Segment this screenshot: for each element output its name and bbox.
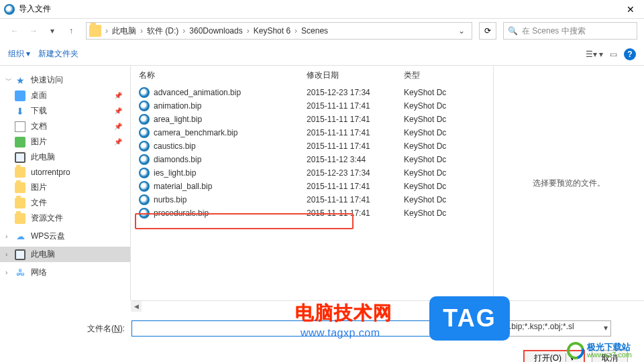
sidebar-downloads[interactable]: ⬇下载📌 — [0, 103, 130, 119]
file-type: KeyShot Dc — [404, 155, 464, 164]
watermark-site1-cn: 电脑技术网 — [295, 300, 392, 326]
file-type: KeyShot Dc — [404, 208, 464, 218]
breadcrumb[interactable]: › 此电脑› 软件 (D:)› 360Downloads› KeyShot 6›… — [86, 22, 472, 40]
sidebar-desktop[interactable]: 桌面📌 — [0, 88, 130, 103]
sidebar-this-pc[interactable]: 此电脑 — [0, 149, 130, 165]
file-date: 2015-11-11 17:41 — [307, 182, 404, 191]
watermark-site2-url: www.xz7.com — [587, 351, 632, 359]
sidebar-quick-access[interactable]: ﹀★快速访问 — [0, 72, 130, 88]
file-date: 2015-11-11 17:41 — [307, 208, 404, 218]
file-type: KeyShot Dc — [404, 195, 464, 204]
forward-button[interactable]: → — [25, 23, 42, 39]
file-date: 2015-11-11 17:41 — [307, 101, 404, 111]
keyshot-file-icon — [139, 181, 150, 192]
site2-logo-icon — [564, 339, 588, 362]
file-row[interactable]: animation.bip2015-11-11 17:41KeyShot Dc — [131, 99, 493, 113]
file-type: KeyShot Dc — [404, 182, 464, 191]
sidebar-network[interactable]: ›🖧网络 — [0, 265, 130, 280]
view-options-button[interactable]: ☰▾ ▾ — [586, 50, 603, 59]
preview-pane-button[interactable]: ▭ — [610, 50, 617, 59]
keyshot-file-icon — [139, 87, 150, 98]
file-name: animation.bip — [154, 101, 201, 111]
refresh-button[interactable]: ⟳ — [479, 22, 496, 40]
keyshot-file-icon — [139, 154, 150, 165]
file-date: 2015-11-12 3:44 — [307, 155, 404, 164]
file-name: procedurals.bip — [154, 208, 209, 218]
file-type: KeyShot Dc — [404, 168, 464, 178]
breadcrumb-item[interactable]: 软件 (D:) — [144, 25, 181, 37]
file-name: area_light.bip — [154, 115, 202, 124]
file-pane: 名称 修改日期 类型 advanced_animation.bip2015-12… — [131, 66, 644, 300]
sidebar-wps[interactable]: ›☁WPS云盘 — [0, 229, 130, 244]
main-area: ﹀★快速访问 桌面📌 ⬇下载📌 文档📌 图片📌 此电脑 utorrentpro … — [0, 66, 644, 300]
sidebar-this-pc2[interactable]: ›此电脑 — [0, 247, 130, 262]
file-row[interactable]: ies_light.bip2015-12-23 17:34KeyShot Dc — [131, 166, 493, 180]
file-name: material_ball.bip — [154, 182, 212, 191]
sidebar-pictures2[interactable]: 图片 — [0, 180, 130, 195]
new-folder-button[interactable]: 新建文件夹 — [38, 48, 78, 60]
watermark-tag: TAG — [429, 296, 510, 341]
search-placeholder: 在 Scenes 中搜索 — [522, 25, 586, 37]
pin-icon: 📌 — [114, 107, 122, 115]
file-date: 2015-11-11 17:41 — [307, 141, 404, 151]
pin-icon: 📌 — [114, 123, 122, 130]
sidebar: ﹀★快速访问 桌面📌 ⬇下载📌 文档📌 图片📌 此电脑 utorrentpro … — [0, 66, 131, 300]
preview-pane: 选择要预览的文件。 — [493, 66, 644, 300]
file-type: KeyShot Dc — [404, 115, 464, 124]
col-name[interactable]: 名称 — [139, 70, 307, 81]
close-button[interactable]: ✕ — [621, 4, 640, 15]
col-type[interactable]: 类型 — [404, 70, 464, 81]
file-date: 2015-12-23 17:34 — [307, 88, 404, 97]
pin-icon: 📌 — [114, 92, 122, 99]
watermark-site2: 极光下载站 www.xz7.com — [567, 342, 632, 359]
search-input[interactable]: 🔍 在 Scenes 中搜索 — [503, 22, 637, 40]
help-icon[interactable]: ? — [624, 48, 636, 60]
file-list[interactable]: 名称 修改日期 类型 advanced_animation.bip2015-12… — [131, 66, 493, 300]
file-type: KeyShot Dc — [404, 88, 464, 97]
file-name: caustics.bip — [154, 141, 196, 151]
file-row[interactable]: area_light.bip2015-11-11 17:41KeyShot Dc — [131, 113, 493, 126]
app-icon — [4, 4, 15, 15]
chevron-down-icon[interactable]: ⌄ — [454, 26, 469, 36]
breadcrumb-item[interactable]: Scenes — [299, 26, 331, 36]
keyshot-file-icon — [139, 114, 150, 125]
file-row[interactable]: nurbs.bip2015-11-11 17:41KeyShot Dc — [131, 193, 493, 206]
organize-button[interactable]: 组织 ▾ — [8, 48, 30, 60]
file-date: 2015-11-11 17:41 — [307, 195, 404, 204]
keyshot-file-icon — [139, 141, 150, 152]
keyshot-file-icon — [139, 194, 150, 205]
breadcrumb-item[interactable]: 此电脑 — [109, 25, 139, 37]
file-name: camera_benchmark.bip — [154, 128, 237, 137]
sidebar-resources[interactable]: 资源文件 — [0, 210, 130, 226]
file-row[interactable]: diamonds.bip2015-11-12 3:44KeyShot Dc — [131, 153, 493, 166]
file-date: 2015-11-11 17:41 — [307, 128, 404, 137]
file-row[interactable]: procedurals.bip2015-11-11 17:41KeyShot D… — [131, 206, 493, 220]
sidebar-pictures[interactable]: 图片📌 — [0, 134, 130, 149]
breadcrumb-item[interactable]: KeyShot 6 — [251, 26, 293, 36]
watermark-site1-url: www.tagxp.com — [301, 327, 380, 339]
nav-row: ← → ▾ ↑ › 此电脑› 软件 (D:)› 360Downloads› Ke… — [0, 19, 644, 43]
back-button[interactable]: ← — [7, 23, 23, 39]
folder-icon — [89, 25, 101, 37]
breadcrumb-item[interactable]: 360Downloads — [186, 26, 245, 36]
column-headers[interactable]: 名称 修改日期 类型 — [131, 66, 493, 86]
search-icon: 🔍 — [508, 26, 518, 36]
file-row[interactable]: advanced_animation.bip2015-12-23 17:34Ke… — [131, 86, 493, 99]
preview-text: 选择要预览的文件。 — [533, 178, 605, 189]
sidebar-utorrent[interactable]: utorrentpro — [0, 165, 130, 180]
recent-dropdown[interactable]: ▾ — [44, 23, 60, 39]
file-row[interactable]: camera_benchmark.bip2015-11-11 17:41KeyS… — [131, 126, 493, 139]
file-name: advanced_animation.bip — [154, 88, 241, 97]
col-modified[interactable]: 修改日期 — [307, 70, 404, 81]
sidebar-documents[interactable]: 文档📌 — [0, 119, 130, 134]
keyshot-file-icon — [139, 208, 150, 219]
up-button[interactable]: ↑ — [63, 23, 79, 39]
sidebar-files[interactable]: 文件 — [0, 195, 130, 210]
file-row[interactable]: caustics.bip2015-11-11 17:41KeyShot Dc — [131, 139, 493, 153]
pin-icon: 📌 — [114, 138, 122, 145]
scroll-left-icon[interactable]: ◀ — [131, 301, 142, 312]
file-type: KeyShot Dc — [404, 141, 464, 151]
file-name: nurbs.bip — [154, 195, 186, 204]
file-row[interactable]: material_ball.bip2015-11-11 17:41KeyShot… — [131, 180, 493, 193]
file-name: ies_light.bip — [154, 168, 196, 178]
